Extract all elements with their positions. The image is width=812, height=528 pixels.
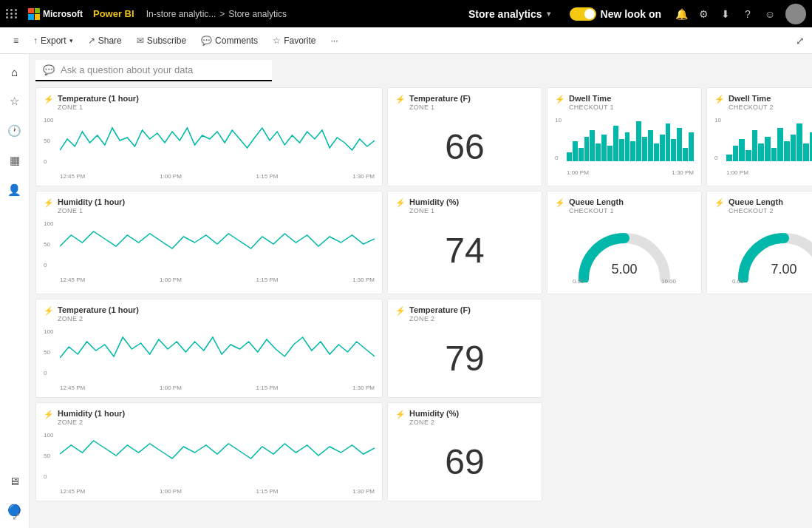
bar-chart: 10 0 [714, 117, 812, 176]
y-axis: 100 50 0 [44, 432, 53, 480]
favorite-label: Favorite [284, 35, 315, 46]
notifications-icon[interactable]: 🔔 [675, 7, 688, 21]
card-subtitle: CHECKOUT 1 [569, 207, 624, 214]
breadcrumb-part1[interactable]: In-store analytic... [146, 9, 216, 19]
gauge-min: 0.00 [573, 278, 584, 285]
content-area: 💬 Ask a question about your data ⚡ Tempe… [30, 54, 812, 528]
card-subtitle: CHECKOUT 2 [729, 104, 774, 111]
qa-placeholder: Ask a question about your data [61, 64, 193, 75]
lightning-icon: ⚡ [44, 198, 54, 208]
line-chart: 100 50 0 12:45 PM 1:00 PM 1:15 [44, 220, 375, 283]
card-hum1h-z1: ⚡ Humidity (1 hour) ZONE 1 100 50 0 [35, 191, 383, 294]
card-title: Humidity (1 hour) [58, 197, 125, 206]
line-chart: 100 50 0 12:45 PM 1:00 PM 1:15 [44, 117, 375, 180]
line-chart: 100 50 0 12:45 PM 1:00 PM 1:15 [44, 328, 375, 391]
sidebar-item-workspaces[interactable]: 🖥 [3, 469, 27, 493]
app-grid-icon[interactable] [6, 9, 18, 18]
export-label: Export [41, 35, 66, 46]
card-title: Temperature (F) [409, 305, 471, 314]
sidebar-item-apps[interactable]: ▦ [3, 149, 27, 172]
export-button[interactable]: ↑ Export ▾ [27, 33, 79, 49]
menu-icon: ≡ [13, 35, 18, 46]
sidebar-item-favorites[interactable]: ☆ [3, 89, 27, 113]
bar-x-0: 1:00 PM [726, 169, 748, 176]
subscribe-button[interactable]: ✉ Subscribe [131, 33, 192, 49]
big-number: 69 [395, 432, 534, 491]
card-temp-f-z1: ⚡ Temperature (F) ZONE 1 66 [387, 87, 542, 186]
card-queue-c1: ⚡ Queue Length CHECKOUT 1 5.00 [547, 191, 702, 294]
gauge: 5.00 0.00 10.00 [555, 220, 694, 288]
card-subtitle: ZONE 1 [409, 207, 459, 214]
qa-search-bar[interactable]: 💬 Ask a question about your data [35, 60, 272, 81]
bar-y-min: 0 [555, 155, 562, 161]
feedback-icon[interactable]: ☺ [763, 7, 777, 21]
sidebar-item-shared[interactable]: 👤 [3, 178, 27, 202]
card-temp-f-z2: ⚡ Temperature (F) ZONE 2 79 [387, 299, 542, 398]
card-subtitle: ZONE 2 [409, 315, 471, 322]
card-dwell-c2: ⚡ Dwell Time CHECKOUT 2 10 0 [706, 87, 812, 186]
gauge-svg: 5.00 [573, 223, 676, 282]
favorite-button[interactable]: ☆ Favorite [267, 33, 321, 49]
export-chevron: ▾ [69, 37, 73, 44]
avatar[interactable] [785, 4, 806, 24]
empty-cell-1 [547, 299, 702, 398]
y-axis: 100 50 0 [44, 117, 53, 165]
lightning-icon: ⚡ [555, 198, 565, 208]
bar-chart: 10 0 [555, 117, 694, 176]
more-label: ··· [330, 35, 338, 46]
bar-area [567, 117, 694, 161]
big-number: 66 [395, 117, 534, 176]
chevron-down-icon[interactable]: ▾ [547, 10, 550, 18]
bar-y-min: 0 [714, 155, 721, 161]
big-number: 79 [395, 328, 534, 387]
more-button[interactable]: ··· [324, 33, 344, 49]
microsoft-text: Microsoft [43, 9, 83, 19]
x-axis: 12:45 PM 1:00 PM 1:15 PM 1:30 PM [60, 385, 375, 391]
nav-title-area: Store analytics ▾ New look on [468, 7, 661, 21]
expand-button[interactable]: ⤢ [796, 35, 805, 47]
card-title: Humidity (1 hour) [58, 409, 125, 418]
help-icon[interactable]: ? [741, 7, 754, 21]
lightning-icon: ⚡ [555, 95, 565, 104]
lightning-icon: ⚡ [714, 198, 725, 208]
card-subtitle: ZONE 2 [58, 315, 139, 322]
x-axis: 12:45 PM 1:00 PM 1:15 PM 1:30 PM [60, 277, 375, 283]
card-subtitle: CHECKOUT 1 [569, 104, 614, 111]
gauge-max: 10.00 [661, 278, 676, 285]
nav-icon-group: 🔔 ⚙ ⬇ ? ☺ [675, 4, 806, 24]
bar-area [726, 117, 812, 161]
chart-svg-area [60, 220, 375, 268]
share-label: Share [98, 35, 122, 46]
x-label-2: 1:15 PM [256, 173, 279, 180]
lightning-icon: ⚡ [395, 410, 406, 419]
share-button[interactable]: ↗ Share [82, 33, 128, 49]
breadcrumb-part2[interactable]: Store analytics [228, 9, 287, 19]
card-title: Temperature (1 hour) [58, 305, 139, 314]
subscribe-icon: ✉ [137, 35, 144, 46]
row-4: ⚡ Humidity (1 hour) ZONE 2 100 50 0 [35, 402, 806, 501]
lightning-icon: ⚡ [714, 95, 725, 104]
breadcrumb-sep: > [219, 9, 225, 19]
card-dwell-c1: ⚡ Dwell Time CHECKOUT 1 10 0 [547, 87, 702, 186]
chart-svg-area [60, 117, 375, 165]
sidebar-item-recent[interactable]: 🕐 [3, 119, 27, 143]
card-title: Temperature (F) [409, 94, 471, 103]
settings-icon[interactable]: ⚙ [697, 7, 710, 21]
sidebar-item-home[interactable]: ⌂ [3, 60, 27, 84]
card-title: Dwell Time [569, 94, 614, 103]
favorite-icon: ☆ [273, 35, 281, 46]
card-hum-pct-z1: ⚡ Humidity (%) ZONE 1 74 [387, 191, 542, 294]
card-subtitle: ZONE 1 [58, 104, 139, 111]
bar-x-1: 1:30 PM [672, 169, 694, 176]
card-subtitle: ZONE 1 [58, 207, 125, 214]
hamburger-button[interactable]: ≡ [7, 33, 24, 49]
bar-y-max: 10 [714, 117, 721, 123]
comments-button[interactable]: 💬 Comments [195, 33, 264, 49]
bar-y-max: 10 [555, 117, 562, 123]
breadcrumb: In-store analytic... > Store analytics [146, 9, 287, 19]
new-look-toggle[interactable] [570, 7, 596, 21]
card-temp1h-z2: ⚡ Temperature (1 hour) ZONE 2 100 50 0 [35, 299, 383, 398]
lightning-icon: ⚡ [44, 410, 54, 419]
download-icon[interactable]: ⬇ [719, 7, 732, 21]
card-queue-c2: ⚡ Queue Length CHECKOUT 2 7.00 [706, 191, 812, 294]
